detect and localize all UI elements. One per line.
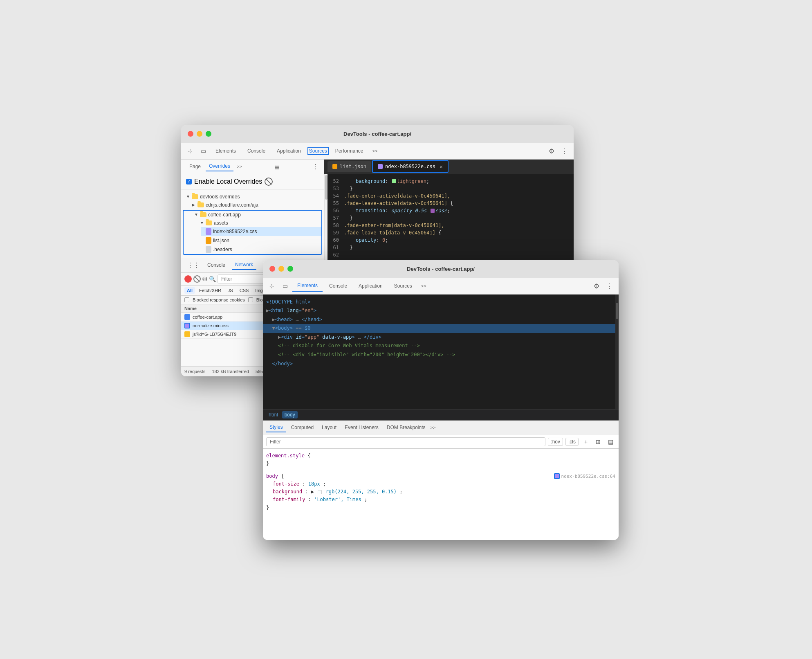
code-tab-list-json[interactable]: list.json (327, 161, 371, 172)
styles-filter-input[interactable] (266, 437, 545, 446)
sidebar-tab-page[interactable]: Page (186, 162, 204, 171)
footer-requests: 9 requests (184, 369, 205, 374)
blocked-cookies-label: Blocked response cookies (193, 297, 245, 302)
sidebar-layout-icon[interactable]: ▤ (271, 161, 283, 172)
tree-item-cdnjs[interactable]: ▶ cdnjs.cloudflare.com/aja (187, 201, 324, 209)
filter-fetch-xhr[interactable]: Fetch/XHR (197, 287, 224, 294)
tab-application[interactable]: Application (272, 146, 306, 156)
elements-scrollbar-thumb[interactable] (616, 303, 618, 319)
search-icon[interactable]: 🔍 (209, 276, 216, 282)
inspect-element-icon[interactable]: ⊹ (184, 145, 196, 157)
tab-network-bottom[interactable]: Network (232, 260, 256, 270)
code-tabs: list.json ndex-b859522e.css ✕ (324, 160, 574, 174)
toggle-sidebar-icon[interactable]: ▤ (606, 437, 615, 447)
styles-more-tabs[interactable]: >> (431, 425, 436, 430)
enable-overrides-checkbox[interactable] (186, 179, 192, 184)
front-tab-sources[interactable]: Sources (389, 281, 417, 291)
front-close-button[interactable] (269, 266, 275, 272)
filter-icon[interactable]: ⛁ (202, 276, 207, 282)
sidebar-more-tabs[interactable]: >> (237, 164, 242, 169)
styles-tab-event-listeners[interactable]: Event Listeners (341, 423, 382, 432)
front-tab-console[interactable]: Console (324, 281, 352, 291)
sidebar-dots-menu[interactable]: ⋮ (312, 163, 319, 171)
tab-close-icon[interactable]: ✕ (440, 163, 443, 170)
col-name: Name (184, 306, 263, 311)
front-title-bar: DevTools - coffee-cart.app/ (263, 260, 619, 278)
tree-item-coffee-cart[interactable]: ▼ coffee-cart.app (189, 211, 321, 219)
front-more-tabs[interactable]: >> (419, 282, 429, 290)
coffee-cart-highlight-box: ▼ coffee-cart.app ▼ assets (183, 210, 322, 255)
record-button[interactable] (184, 275, 192, 283)
close-button[interactable] (188, 131, 193, 137)
front-settings-icon[interactable]: ⚙ (591, 280, 602, 292)
filter-js[interactable]: JS (225, 287, 236, 294)
hov-button[interactable]: :hov (548, 438, 563, 446)
settings-icon[interactable]: ⚙ (546, 145, 557, 157)
source-link-text: ndex-b859522e.css:64 (561, 473, 615, 480)
more-options-icon[interactable]: ⋮ (559, 145, 570, 157)
sidebar-tab-overrides[interactable]: Overrides (206, 162, 233, 171)
folder-icon-cdnjs (197, 202, 204, 207)
tree-item-index-css[interactable]: index-b859522e.css (201, 227, 321, 236)
code-tab-index-css[interactable]: ndex-b859522e.css ✕ (372, 160, 449, 173)
front-device-icon[interactable]: ▭ (279, 280, 291, 292)
tab-console[interactable]: Console (242, 146, 270, 156)
html-line-body-selected[interactable]: ▼<body> == $0 (263, 324, 619, 333)
minimize-button[interactable] (197, 131, 202, 137)
clear-overrides-icon[interactable] (265, 178, 273, 186)
styles-tab-layout[interactable]: Layout (319, 423, 340, 432)
background-color-swatch[interactable] (318, 490, 322, 494)
tree-item-headers[interactable]: .headers (201, 245, 321, 254)
device-toolbar-icon[interactable]: ▭ (197, 145, 209, 157)
tab-elements[interactable]: Elements (211, 146, 241, 156)
style-rule-element-selector: element.style { (266, 452, 615, 460)
html-line-comment2: <!-- <div id="invisible" width="200" hei… (266, 351, 615, 360)
front-more-options-icon[interactable]: ⋮ (604, 280, 615, 292)
code-line-55: .fade-leave-active[data-v-0c450641] { (344, 200, 574, 207)
tree-label-cdnjs: cdnjs.cloudflare.com/aja (206, 202, 258, 208)
console-network-drag-icon: ⋮⋮ (186, 261, 201, 270)
clear-button[interactable] (193, 275, 201, 283)
styles-tab-styles[interactable]: Styles (266, 423, 286, 432)
style-rule-element: element.style { } (266, 452, 615, 468)
breadcrumb-html[interactable]: html (266, 411, 280, 418)
add-style-icon[interactable]: + (581, 437, 591, 447)
file-icon-headers (206, 246, 211, 253)
blocked-cookies-checkbox[interactable] (184, 297, 189, 302)
front-inspect-icon[interactable]: ⊹ (266, 280, 278, 292)
tab-performance[interactable]: Performance (330, 146, 368, 156)
front-minimize-button[interactable] (278, 266, 284, 272)
maximize-button[interactable] (206, 131, 211, 137)
decl-font-size: font-size : 18px ; (273, 480, 615, 488)
tree-item-devtools-overrides[interactable]: ▼ devtools overrides (181, 193, 324, 201)
blocked-requests-checkbox[interactable] (248, 297, 253, 302)
enable-overrides-label: Enable Local Overrides (194, 178, 262, 185)
styles-toolbar: :hov .cls + ⊞ ▤ (263, 435, 619, 449)
code-line-57: } (344, 214, 574, 222)
folder-icon (192, 194, 198, 199)
front-tab-application[interactable]: Application (354, 281, 388, 291)
breadcrumb-body[interactable]: body (282, 411, 298, 418)
tab-sources[interactable]: Sources (307, 147, 329, 155)
source-link-icon (554, 473, 560, 479)
source-link[interactable]: ndex-b859522e.css:64 (554, 473, 615, 480)
styles-tab-computed[interactable]: Computed (288, 423, 317, 432)
filter-all[interactable]: All (184, 287, 195, 294)
tree-label-devtools-overrides: devtools overrides (200, 194, 240, 200)
front-devtools-window: DevTools - coffee-cart.app/ ⊹ ▭ Elements… (263, 260, 619, 540)
cls-button[interactable]: .cls (565, 438, 579, 446)
tree-item-assets[interactable]: ▼ assets (195, 219, 321, 227)
filter-css[interactable]: CSS (237, 287, 251, 294)
front-maximize-button[interactable] (287, 266, 293, 272)
code-line-54: .fade-enter-active[data-v-0c450641], (344, 192, 574, 200)
styles-tab-dom-breakpoints[interactable]: DOM Breakpoints (384, 423, 429, 432)
tab-console-bottom[interactable]: Console (204, 261, 229, 270)
more-tabs-icon[interactable]: >> (370, 147, 380, 155)
overrides-actions: Enable Local Overrides (181, 174, 324, 189)
new-style-rule-icon[interactable]: ⊞ (593, 437, 603, 447)
front-toolbar: ⊹ ▭ Elements Console Application Sources… (263, 278, 619, 295)
footer-transferred: 182 kB transferred (212, 369, 249, 374)
tree-item-list-json[interactable]: list.json (201, 236, 321, 245)
breadcrumb: html body (263, 409, 619, 421)
front-tab-elements[interactable]: Elements (292, 280, 323, 292)
